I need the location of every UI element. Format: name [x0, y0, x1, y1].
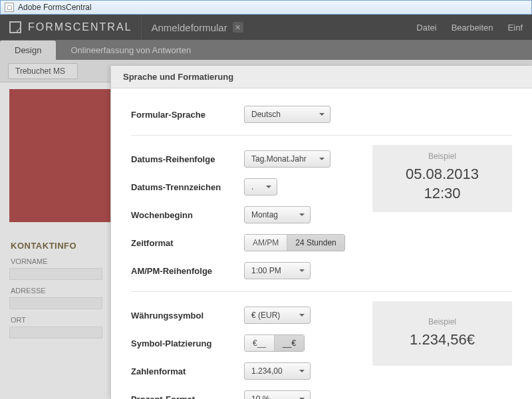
field-label-city: ORT	[11, 316, 116, 324]
field-label-address: ADRESSE	[11, 287, 116, 295]
tab-design[interactable]: Design	[0, 41, 56, 60]
app-header: FORMSCENTRAL Anmeldeformular ✕ Datei Bea…	[0, 15, 532, 40]
tab-responses[interactable]: Onlineerfassung von Antworten	[56, 41, 205, 60]
form-preview: KONTAKTINFO VORNAME ADRESSE ORT	[9, 89, 116, 338]
menu-file[interactable]: Datei	[416, 23, 436, 33]
form-header-banner	[9, 89, 116, 222]
language-formatting-dialog: Sprache und Formatierung Formular-Sprach…	[110, 66, 532, 399]
symbol-placement-toggle: €__ __€	[244, 334, 305, 352]
date-example-box: Beispiel 05.08.2013 12:30	[372, 145, 512, 212]
document-title: Anmeldeformular	[151, 22, 227, 33]
field-label-firstname: VORNAME	[11, 257, 116, 265]
dialog-title: Sprache und Formatierung	[111, 66, 532, 88]
language-dropdown[interactable]: Deutsch	[244, 106, 331, 123]
brand-area: FORMSCENTRAL	[0, 15, 142, 40]
field-input-city[interactable]	[9, 327, 102, 338]
date-order-label: Datums-Reihenfolge	[131, 154, 244, 164]
view-tabs: Design Onlineerfassung von Antworten	[0, 40, 532, 60]
brand-text: FORMSCENTRAL	[28, 21, 132, 33]
window-title: Adobe FormsCentral	[18, 3, 92, 12]
number-format-label: Zahlenformat	[131, 366, 244, 376]
percent-format-label: Prozent-Format	[131, 394, 244, 400]
time-format-label: Zeitformat	[131, 238, 244, 248]
symbol-placement-label: Symbol-Platzierung	[131, 338, 244, 348]
example-time: 12:30	[378, 184, 507, 203]
font-dropdown[interactable]: Trebuchet MS	[8, 63, 78, 79]
section-heading: KONTAKTINFO	[11, 241, 116, 251]
week-start-dropdown[interactable]: Montag	[244, 206, 311, 223]
dialog-body: Formular-Sprache Deutsch Datums-Reihenfo…	[111, 88, 532, 399]
currency-symbol-dropdown[interactable]: € (EUR)	[244, 307, 311, 324]
main-menu: Datei Bearbeiten Einf	[416, 23, 532, 33]
percent-format-dropdown[interactable]: 10 %	[244, 390, 311, 399]
brand-icon	[9, 21, 21, 33]
time-format-toggle: AM/PM 24 Stunden	[244, 234, 345, 251]
time-format-ampm[interactable]: AM/PM	[245, 235, 287, 251]
date-separator-label: Datums-Trennzeichen	[131, 182, 244, 192]
symbol-after[interactable]: __€	[275, 335, 304, 351]
close-icon[interactable]: ✕	[233, 22, 243, 33]
example-label-currency: Beispiel	[378, 317, 507, 327]
date-separator-dropdown[interactable]: .	[244, 178, 277, 196]
example-date: 05.08.2013	[378, 165, 507, 184]
time-format-24h[interactable]: 24 Stunden	[287, 235, 344, 251]
symbol-before[interactable]: €__	[245, 335, 275, 351]
app-icon: ▢	[5, 3, 14, 12]
ampm-order-dropdown[interactable]: 1:00 PM	[244, 262, 311, 279]
field-input-firstname[interactable]	[9, 268, 102, 280]
window-titlebar: ▢ Adobe FormsCentral	[0, 0, 532, 15]
date-order-dropdown[interactable]: Tag.Monat.Jahr	[244, 150, 331, 168]
example-currency: 1.234,56€	[378, 331, 507, 350]
document-tab[interactable]: Anmeldeformular ✕	[142, 22, 252, 33]
number-format-dropdown[interactable]: 1.234,00	[244, 362, 311, 380]
example-label: Beispiel	[378, 152, 507, 161]
currency-symbol-label: Währungssymbol	[131, 311, 244, 321]
field-input-address[interactable]	[9, 297, 102, 309]
currency-example-box: Beispiel 1.234,56€	[372, 301, 512, 366]
ampm-order-label: AM/PM-Reihenfolge	[131, 266, 244, 276]
language-label: Formular-Sprache	[131, 110, 244, 120]
week-start-label: Wochenbeginn	[131, 210, 244, 220]
menu-edit[interactable]: Bearbeiten	[452, 23, 493, 33]
menu-insert[interactable]: Einf	[508, 23, 523, 33]
